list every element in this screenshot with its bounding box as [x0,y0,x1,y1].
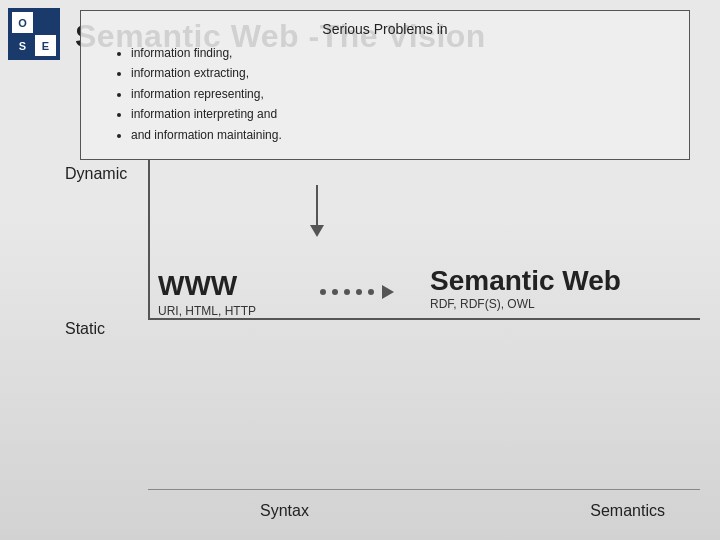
syntax-label: Syntax [260,502,309,520]
bottom-separator [148,489,700,491]
dynamic-label: Dynamic [65,165,127,183]
arrow-right-icon [382,285,394,299]
arrow-head [310,225,324,237]
static-label: Static [65,320,105,338]
arrow-shaft [316,185,318,225]
problems-list: information finding, information extract… [101,43,669,145]
problem-item-2: information extracting, [131,63,669,83]
logo-cell-2 [35,12,56,33]
logo-cell-1: O [12,12,33,33]
dot-5 [368,289,374,295]
vertical-axis [148,160,150,320]
semantic-web-node: Semantic Web RDF, RDF(S), OWL [430,265,621,311]
problem-item-1: information finding, [131,43,669,63]
horizontal-axis [148,318,700,320]
problems-box: Serious Problems in information finding,… [80,10,690,160]
dot-3 [344,289,350,295]
www-node: WWW URI, HTML, HTTP [158,270,256,318]
dotted-arrow [320,285,394,299]
dot-1 [320,289,326,295]
logo-cell-4: E [35,35,56,56]
semantic-web-label: Semantic Web [430,265,621,297]
logo: O S E [8,8,60,60]
dot-4 [356,289,362,295]
down-arrow [310,185,324,237]
dot-2 [332,289,338,295]
problem-item-5: and information maintaining. [131,125,669,145]
semantics-label: Semantics [590,502,665,520]
logo-cell-3: S [12,35,33,56]
problems-heading: Serious Problems in [101,21,669,37]
www-label: WWW [158,270,256,302]
slide: O S E Semantic Web -The Vision Serious P… [0,0,720,540]
www-sublabel: URI, HTML, HTTP [158,304,256,318]
semantic-web-sublabel: RDF, RDF(S), OWL [430,297,621,311]
problem-item-3: information representing, [131,84,669,104]
problem-item-4: information interpreting and [131,104,669,124]
